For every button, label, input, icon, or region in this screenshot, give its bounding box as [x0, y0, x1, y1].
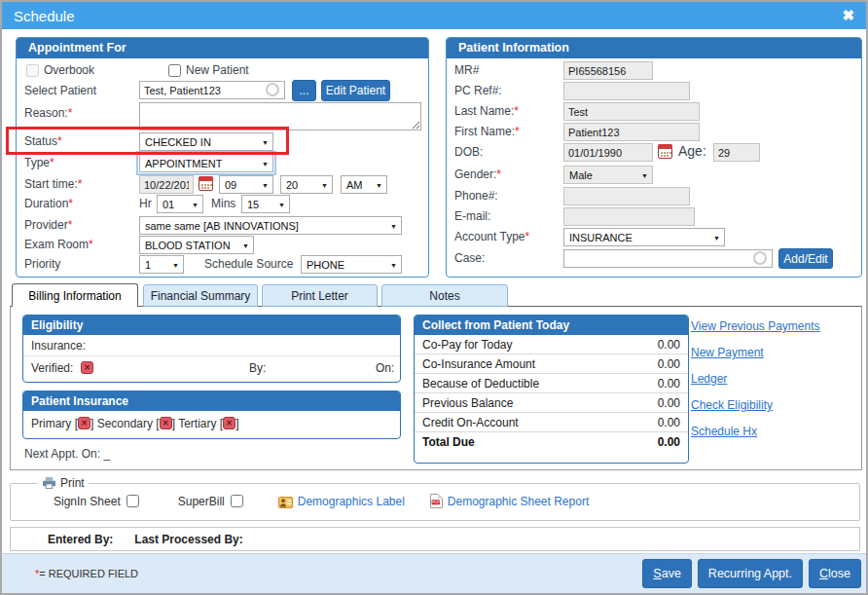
save-button[interactable]: Save	[642, 559, 692, 588]
duration-label: Duration*	[24, 197, 73, 210]
tertiary-insurance-error-icon	[223, 417, 235, 429]
exam-room-select[interactable]: BLOOD STATION	[139, 236, 254, 254]
mr-input[interactable]	[563, 61, 653, 80]
edit-patient-button[interactable]: Edit Patient	[321, 80, 390, 101]
check-eligibility-link[interactable]: Check Eligibility	[691, 398, 820, 412]
patient-information-panel: Patient Information MR# PC Ref#: Last Na…	[446, 37, 862, 278]
minute-select[interactable]: 20	[280, 175, 333, 194]
start-date-input[interactable]	[139, 175, 194, 194]
not-verified-error-icon	[81, 361, 93, 374]
ampm-select[interactable]: AM	[341, 175, 387, 194]
collect-row: Because of Deductible0.00	[415, 374, 688, 393]
overbook-checkbox[interactable]	[26, 64, 39, 77]
dialog-titlebar: Schedule ✖	[2, 2, 866, 29]
patient-insurance-header: Patient Insurance	[23, 391, 400, 411]
audit-row: Entered By: Last Processed By:	[10, 527, 860, 551]
eligibility-panel: Eligibility Insurance: Verified: By: On:	[22, 315, 401, 383]
billing-links: View Previous Payments New Payment Ledge…	[691, 319, 820, 451]
close-icon[interactable]: ✖	[842, 7, 854, 24]
tab-billing-information[interactable]: Billing Information	[12, 283, 138, 307]
last-name-label: Last Name:*	[454, 104, 519, 118]
ledger-link[interactable]: Ledger	[691, 372, 820, 386]
collect-from-patient-panel: Collect from Patient Today Co-Pay for To…	[414, 315, 689, 464]
last-name-input[interactable]	[563, 102, 700, 121]
print-legend: Print	[60, 476, 85, 490]
new-patient-checkbox[interactable]	[168, 64, 181, 77]
calendar-icon[interactable]	[658, 144, 672, 159]
printer-icon	[42, 477, 56, 490]
reason-textarea[interactable]	[139, 102, 421, 130]
gender-select[interactable]: Male	[563, 166, 653, 184]
collect-row: Co-Insurance Amount0.00	[415, 354, 688, 374]
email-input[interactable]	[563, 207, 695, 226]
hour-select[interactable]: 09	[219, 175, 273, 194]
entered-by-label: Entered By:	[48, 533, 113, 546]
phone-label: Phone#:	[454, 189, 498, 203]
signin-sheet-checkbox[interactable]	[127, 495, 139, 507]
pc-ref-label: PC Ref#:	[454, 84, 502, 97]
print-section: Print SignIn Sheet SuperBill Demographic…	[10, 476, 860, 521]
first-name-input[interactable]	[563, 123, 700, 141]
schedule-dialog: Schedule ✖ Appointment For Overbook New …	[0, 0, 868, 595]
phone-input[interactable]	[563, 187, 690, 205]
browse-patient-button[interactable]: ...	[292, 80, 316, 101]
overbook-label: Overbook	[44, 63, 94, 77]
case-input[interactable]	[563, 249, 773, 268]
patient-information-header: Patient Information	[447, 38, 861, 58]
provider-select[interactable]: same same [AB INNOVATIONS]	[139, 216, 402, 235]
status-select[interactable]: CHECKED IN	[139, 132, 273, 151]
duration-mins-select[interactable]: 15	[241, 195, 290, 213]
demographics-label-icon	[278, 495, 293, 508]
dob-label: DOB:	[454, 145, 483, 159]
mr-label: MR#	[454, 63, 479, 77]
tab-notes[interactable]: Notes	[381, 284, 508, 307]
svg-text:PDF: PDF	[431, 500, 440, 504]
type-select[interactable]: APPOINTMENT	[139, 154, 273, 172]
case-label: Case:	[454, 251, 485, 265]
pdf-icon: PDF	[430, 494, 443, 508]
duration-hr-select[interactable]: 01	[157, 195, 203, 213]
provider-label: Provider*	[24, 218, 72, 232]
patient-insurance-panel: Patient Insurance Primary [] Secondary […	[22, 390, 401, 439]
reason-label: Reason:*	[24, 106, 72, 120]
demographics-label-link[interactable]: Demographics Label	[278, 495, 405, 508]
hr-label: Hr	[139, 197, 152, 210]
last-processed-by-label: Last Processed By:	[134, 533, 242, 546]
secondary-insurance-error-icon	[160, 417, 172, 429]
age-input[interactable]	[713, 143, 760, 162]
dob-input[interactable]	[563, 143, 653, 162]
tab-print-letter[interactable]: Print Letter	[262, 284, 378, 307]
schedule-source-select[interactable]: PHONE	[301, 255, 402, 274]
collect-row: Co-Pay for Today0.00	[415, 335, 688, 354]
tab-financial-summary[interactable]: Financial Summary	[143, 284, 258, 307]
collect-total-row: Total Due0.00	[415, 432, 688, 451]
account-type-label: Account Type*	[454, 230, 529, 243]
recurring-appt-button[interactable]: Recurring Appt.	[698, 559, 803, 588]
add-edit-case-button[interactable]: Add/Edit	[778, 248, 833, 269]
schedule-source-label: Schedule Source	[204, 257, 293, 271]
select-patient-label: Select Patient	[24, 84, 96, 97]
collect-row: Credit On-Account0.00	[415, 413, 688, 432]
calendar-icon[interactable]	[199, 176, 213, 191]
close-button[interactable]: Close	[809, 559, 861, 588]
eligibility-verified-row: Verified: By: On:	[23, 356, 400, 380]
pc-ref-input[interactable]	[563, 82, 690, 100]
required-field-note: *= REQUIRED FIELD	[35, 568, 138, 579]
priority-select[interactable]: 1	[139, 255, 184, 274]
superbill-checkbox[interactable]	[231, 495, 243, 507]
demographic-sheet-report-link[interactable]: PDF Demographic Sheet Report	[430, 494, 589, 508]
account-type-select[interactable]: INSURANCE	[563, 228, 725, 246]
schedule-hx-link[interactable]: Schedule Hx	[691, 425, 820, 438]
priority-label: Priority	[24, 257, 60, 271]
gender-label: Gender:*	[454, 167, 501, 181]
first-name-label: First Name:*	[454, 125, 520, 138]
patient-search-input[interactable]	[139, 81, 285, 99]
email-label: E-mail:	[454, 209, 490, 223]
eligibility-insurance-row: Insurance:	[23, 335, 400, 356]
status-label: Status*	[24, 134, 62, 148]
appointment-for-header: Appointment For	[17, 38, 428, 58]
view-previous-payments-link[interactable]: View Previous Payments	[691, 319, 820, 333]
new-patient-label: New Patient	[186, 63, 249, 77]
dialog-footer: *= REQUIRED FIELD Save Recurring Appt. C…	[2, 553, 866, 593]
new-payment-link[interactable]: New Payment	[691, 346, 820, 359]
